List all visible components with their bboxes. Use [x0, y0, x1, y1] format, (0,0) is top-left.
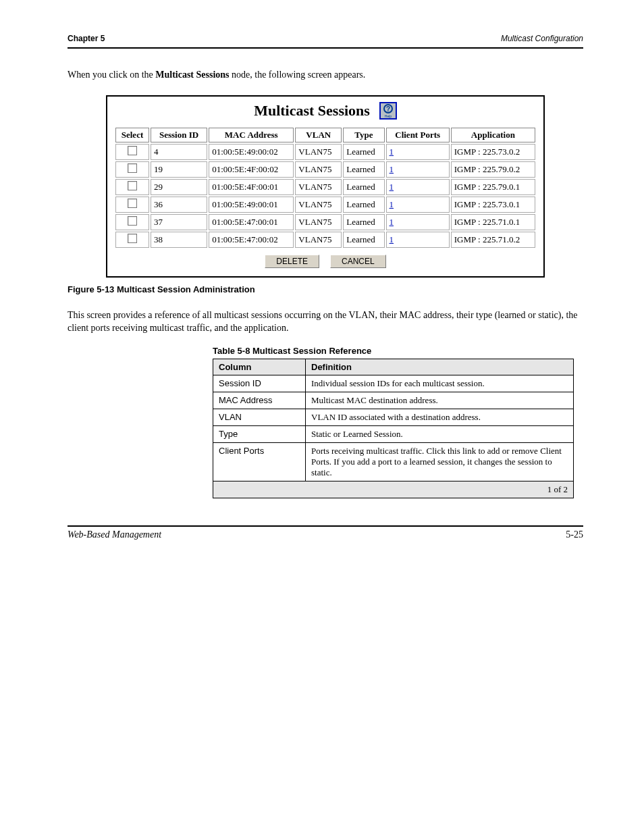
col-type: Type	[343, 128, 384, 142]
ref-cell-def: Static or Learned Session.	[306, 425, 574, 442]
figure-caption-label: Figure 5-13	[68, 284, 114, 294]
cell-vlan: VLAN75	[295, 232, 342, 248]
figure-caption-text: Multicast Session Administration	[114, 284, 254, 294]
table-row: 37 01:00:5E:47:00:01 VLAN75 Learned 1 IG…	[115, 214, 535, 230]
cell-mac: 01:00:5E:47:00:01	[209, 214, 294, 230]
table-row: 29 01:00:5E:4F:00:01 VLAN75 Learned 1 IG…	[115, 179, 535, 195]
cell-session-id: 19	[151, 161, 207, 178]
ref-cell-key: Session ID	[213, 375, 306, 392]
ref-cell-def: Multicast MAC destination address.	[306, 392, 574, 409]
ref-row: Type Static or Learned Session.	[213, 425, 574, 442]
ref-cell-key: MAC Address	[213, 392, 306, 409]
running-head-chapter: Chapter 5	[68, 34, 105, 43]
client-ports-link[interactable]: 1	[390, 217, 394, 227]
client-ports-link[interactable]: 1	[390, 164, 394, 174]
paragraph-2: This screen provides a reference of all …	[68, 309, 583, 335]
table-row: 36 01:00:5E:49:00:01 VLAN75 Learned 1 IG…	[115, 197, 535, 213]
col-vlan: VLAN	[295, 128, 342, 142]
row-checkbox[interactable]	[128, 199, 137, 208]
row-checkbox[interactable]	[128, 163, 137, 173]
figure-caption: Figure 5-13 Multicast Session Administra…	[68, 284, 583, 294]
cell-type: Learned	[343, 179, 384, 195]
cell-session-id: 36	[151, 197, 207, 213]
ref-cell-def: Individual session IDs for each multicas…	[306, 375, 574, 392]
footer-page-number: 5-25	[566, 529, 583, 540]
cell-session-id: 37	[151, 214, 207, 230]
row-checkbox[interactable]	[128, 181, 137, 190]
ref-row: MAC Address Multicast MAC destination ad…	[213, 392, 574, 409]
cell-mac: 01:00:5E:47:00:02	[209, 232, 294, 248]
ref-row: Client Ports Ports receiving multicast t…	[213, 442, 574, 481]
col-application: Application	[451, 128, 535, 142]
intro-text-2: node, the following screen appears.	[232, 70, 365, 80]
ref-cell-def: VLAN ID associated with a destination ad…	[306, 409, 574, 425]
svg-text:?: ?	[386, 105, 390, 113]
client-ports-link[interactable]: 1	[390, 199, 394, 209]
intro-paragraph: When you click on the Multicast Sessions…	[68, 69, 583, 82]
cell-session-id: 4	[151, 144, 207, 160]
cell-application: IGMP : 225.79.0.2	[451, 161, 535, 178]
cell-vlan: VLAN75	[295, 214, 342, 230]
cell-mac: 01:00:5E:4F:00:01	[209, 179, 294, 195]
multicast-sessions-ref: Multicast Sessions	[155, 70, 229, 80]
multicast-reference-table: Column Definition Session ID Individual …	[213, 359, 574, 498]
cell-application: IGMP : 225.71.0.1	[451, 214, 535, 230]
col-client-ports: Client Ports	[386, 128, 450, 142]
running-head-section: Multicast Configuration	[501, 34, 583, 43]
ref-cell-key: Client Ports	[213, 442, 306, 481]
multicast-sessions-panel: Multicast Sessions ? Help Select Session…	[106, 95, 545, 278]
cell-vlan: VLAN75	[295, 144, 342, 160]
cell-application: IGMP : 225.73.0.1	[451, 197, 535, 213]
table-caption-label: Table 5-8	[213, 346, 250, 356]
cell-type: Learned	[343, 161, 384, 178]
table-caption: Table 5-8 Multicast Session Reference	[213, 346, 583, 356]
cell-application: IGMP : 225.79.0.1	[451, 179, 535, 195]
table-caption-text: Multicast Session Reference	[250, 346, 371, 356]
col-select: Select	[115, 128, 149, 142]
table-row: 19 01:00:5E:4F:00:02 VLAN75 Learned 1 IG…	[115, 161, 535, 178]
ref-cell-def: Ports receiving multicast traffic. Click…	[306, 442, 574, 481]
ref-pagination: 1 of 2	[213, 481, 574, 498]
col-session-id: Session ID	[151, 128, 207, 142]
table-row: 4 01:00:5E:49:00:02 VLAN75 Learned 1 IGM…	[115, 144, 535, 160]
footer-left: Web-Based Management	[68, 529, 161, 540]
cell-application: IGMP : 225.73.0.2	[451, 144, 535, 160]
col-mac: MAC Address	[209, 128, 294, 142]
cell-session-id: 38	[151, 232, 207, 248]
row-checkbox[interactable]	[128, 234, 137, 243]
rule-bottom	[68, 525, 583, 527]
row-checkbox[interactable]	[128, 146, 137, 155]
ref-cell-key: Type	[213, 425, 306, 442]
cell-vlan: VLAN75	[295, 179, 342, 195]
help-icon[interactable]: ? Help	[379, 102, 397, 120]
cancel-button[interactable]: CANCEL	[330, 255, 386, 268]
ref-head-definition: Definition	[306, 359, 574, 375]
cell-type: Learned	[343, 144, 384, 160]
delete-button[interactable]: DELETE	[265, 255, 319, 268]
cell-vlan: VLAN75	[295, 197, 342, 213]
cell-type: Learned	[343, 197, 384, 213]
rule-top	[68, 47, 583, 49]
ref-row: VLAN VLAN ID associated with a destinati…	[213, 409, 574, 425]
cell-type: Learned	[343, 232, 384, 248]
cell-mac: 01:00:5E:49:00:02	[209, 144, 294, 160]
cell-mac: 01:00:5E:49:00:01	[209, 197, 294, 213]
table-row: 38 01:00:5E:47:00:02 VLAN75 Learned 1 IG…	[115, 232, 535, 248]
client-ports-link[interactable]: 1	[390, 147, 394, 157]
svg-text:Help: Help	[385, 114, 392, 118]
ref-head-column: Column	[213, 359, 306, 375]
client-ports-link[interactable]: 1	[390, 234, 394, 244]
multicast-sessions-table: Select Session ID MAC Address VLAN Type …	[114, 126, 537, 249]
intro-text-1: When you click on the	[68, 70, 155, 80]
ref-cell-key: VLAN	[213, 409, 306, 425]
cell-type: Learned	[343, 214, 384, 230]
row-checkbox[interactable]	[128, 216, 137, 226]
ref-row: Session ID Individual session IDs for ea…	[213, 375, 574, 392]
panel-title: Multicast Sessions	[254, 102, 370, 120]
cell-mac: 01:00:5E:4F:00:02	[209, 161, 294, 178]
cell-application: IGMP : 225.71.0.2	[451, 232, 535, 248]
cell-session-id: 29	[151, 179, 207, 195]
cell-vlan: VLAN75	[295, 161, 342, 178]
client-ports-link[interactable]: 1	[390, 182, 394, 192]
